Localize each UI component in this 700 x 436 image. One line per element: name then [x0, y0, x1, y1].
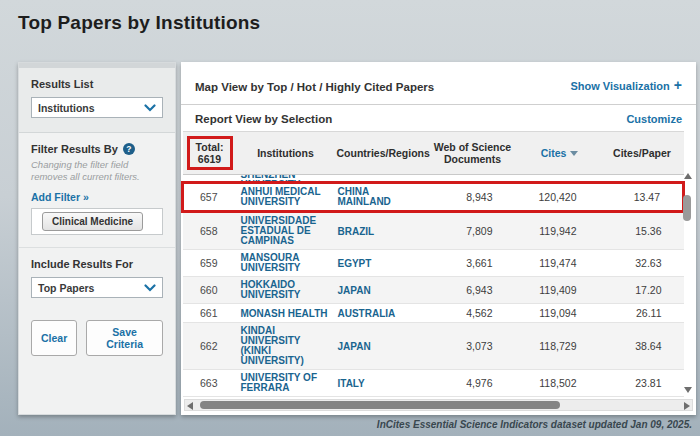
sidebar-buttons: Clear Save Criteria [19, 310, 175, 366]
results-list-label: Results List [31, 78, 93, 90]
wos-documents-value: 4,976 [427, 370, 519, 397]
table-region: Total: 6619 Institutions Countries/Regio… [181, 131, 696, 397]
institution-link[interactable]: ANHUI MEDICAL UNIVERSITY [241, 187, 333, 207]
map-view-bar: Map View by Top / Hot / Highly Cited Pap… [181, 62, 696, 105]
active-filter-button[interactable]: Clinical Medicine [42, 212, 143, 231]
col-cites[interactable]: Cites [519, 132, 601, 175]
table-row[interactable]: 663 UNIVERSITY OF FERRARA ITALY 4,976 11… [183, 370, 684, 397]
results-list-select[interactable]: Institutions [31, 97, 163, 118]
cites-per-paper-value: 26.11 [601, 304, 684, 323]
cites-per-paper-value: 13.47 [601, 183, 684, 212]
filter-note: Changing the filter field removes all cu… [31, 159, 163, 183]
col-countries-regions[interactable]: Countries/Regions [335, 132, 427, 175]
vertical-scrollbar-thumb[interactable] [683, 195, 691, 221]
clear-button[interactable]: Clear [31, 320, 77, 356]
filter-results-by-label: Filter Results By [31, 143, 118, 155]
cites-value: 119,474 [519, 250, 601, 277]
table-row[interactable]: 662 KINDAI UNIVERSITY (KINKI UNIVERSITY)… [183, 323, 684, 370]
table-row[interactable]: 659 MANSOURA UNIVERSITY EGYPT 3,661 119,… [183, 250, 684, 277]
save-criteria-button[interactable]: Save Criteria [86, 320, 163, 356]
wos-documents-value: 4,562 [427, 304, 519, 323]
horizontal-scrollbar[interactable] [184, 399, 693, 411]
total-count-cell: Total: 6619 [183, 132, 237, 175]
sort-caret-icon [570, 151, 578, 156]
report-view-bar: Report View by Selection Customize [181, 105, 696, 131]
institution-link[interactable]: UNIVERSITY OF FERRARA [241, 373, 333, 393]
page-title: Top Papers by Institutions [18, 12, 260, 34]
cites-per-paper-value: 38.64 [601, 323, 684, 370]
scroll-right-icon[interactable] [684, 402, 690, 410]
country-label: JAPAN [338, 342, 371, 352]
table-row[interactable]: 658 UNIVERSIDADE ESTADUAL DE CAMPINAS BR… [183, 212, 684, 250]
rank-value: 661 [183, 304, 237, 323]
cites-per-paper-value: 17.20 [601, 277, 684, 304]
institution-link[interactable]: UNIVERSIDADE ESTADUAL DE CAMPINAS [241, 216, 333, 246]
table-row[interactable]: 657 ANHUI MEDICAL UNIVERSITY CHINA MAINL… [183, 183, 684, 212]
results-list-section: Results List Institutions [19, 68, 175, 133]
rank-value: 657 [183, 183, 237, 212]
cites-per-paper-value: 23.81 [601, 370, 684, 397]
cites-per-paper-value: 15.36 [601, 212, 684, 250]
map-view-label: Map View by Top / Hot / Highly Cited Pap… [195, 81, 434, 93]
total-count: Total: 6619 [187, 136, 233, 170]
dataset-updated-note: InCites Essential Science Indicators dat… [377, 419, 692, 430]
help-icon[interactable]: ? [123, 143, 135, 155]
wos-documents-value: 8,943 [427, 183, 519, 212]
scroll-left-icon[interactable] [187, 402, 193, 410]
cites-per-paper-value: 32.63 [601, 250, 684, 277]
chevron-down-icon [144, 284, 156, 292]
chevron-down-icon [144, 104, 156, 112]
include-results-label: Include Results For [31, 258, 133, 270]
rank-value: 659 [183, 250, 237, 277]
institution-link[interactable]: HOKKAIDO UNIVERSITY [241, 280, 333, 300]
include-results-value: Top Papers [38, 282, 94, 294]
rank-value: 658 [183, 212, 237, 250]
institution-link[interactable]: KINDAI UNIVERSITY (KINKI UNIVERSITY) [241, 326, 333, 366]
report-view-label: Report View by Selection [195, 113, 332, 125]
col-institutions[interactable]: Institutions [237, 132, 335, 175]
cites-value: 118,502 [519, 370, 601, 397]
filter-section: Filter Results By? Changing the filter f… [19, 133, 175, 247]
results-table: Total: 6619 Institutions Countries/Regio… [181, 131, 685, 397]
results-list-value: Institutions [38, 102, 95, 114]
col-wos-documents[interactable]: Web of Science Documents [427, 132, 519, 175]
wos-documents-value: 3,073 [427, 323, 519, 370]
rank-value: 663 [183, 370, 237, 397]
cites-value: 119,094 [519, 304, 601, 323]
include-results-select[interactable]: Top Papers [31, 277, 163, 298]
rank-value: 662 [183, 323, 237, 370]
wos-documents-value: 7,809 [427, 212, 519, 250]
cites-value: 119,409 [519, 277, 601, 304]
show-visualization-link[interactable]: Show Visualization+ [570, 77, 682, 93]
table-header-row: Total: 6619 Institutions Countries/Regio… [183, 132, 684, 175]
main-panel: Map View by Top / Hot / Highly Cited Pap… [181, 62, 696, 415]
scroll-down-icon[interactable] [684, 387, 692, 393]
institution-link[interactable]: MONASH HEALTH [241, 309, 328, 319]
country-label: BRAZIL [338, 227, 375, 237]
total-value: 6619 [191, 153, 229, 165]
sidebar: Results List Institutions Filter Results… [18, 62, 176, 415]
cites-value: 120,420 [519, 183, 601, 212]
wos-documents-value: 3,661 [427, 250, 519, 277]
wos-documents-value: 6,943 [427, 277, 519, 304]
institution-link[interactable]: MANSOURA UNIVERSITY [241, 253, 333, 273]
country-label: EGYPT [338, 259, 372, 269]
country-label: JAPAN [338, 286, 371, 296]
add-filter-link[interactable]: Add Filter » [31, 191, 89, 203]
cites-value: 119,942 [519, 212, 601, 250]
filter-field: Clinical Medicine [31, 208, 163, 235]
cites-value: 118,729 [519, 323, 601, 370]
rank-value: 660 [183, 277, 237, 304]
country-label: ITALY [338, 379, 365, 389]
partial-row: SHENZHEN UNIVERSITY [183, 175, 684, 183]
scroll-up-icon[interactable] [684, 173, 692, 179]
horizontal-scrollbar-thumb[interactable] [200, 401, 560, 409]
customize-link[interactable]: Customize [626, 113, 682, 125]
vertical-scrollbar[interactable] [682, 171, 694, 395]
table-body: SHENZHEN UNIVERSITY 657 ANHUI MEDICAL UN… [183, 175, 684, 397]
col-cites-paper[interactable]: Cites/Paper [601, 132, 684, 175]
partial-institution-text: SHENZHEN UNIVERSITY [241, 175, 335, 181]
include-results-section: Include Results For Top Papers [19, 248, 175, 310]
table-row[interactable]: 660 HOKKAIDO UNIVERSITY JAPAN 6,943 119,… [183, 277, 684, 304]
table-row[interactable]: 661 MONASH HEALTH AUSTRALIA 4,562 119,09… [183, 304, 684, 323]
